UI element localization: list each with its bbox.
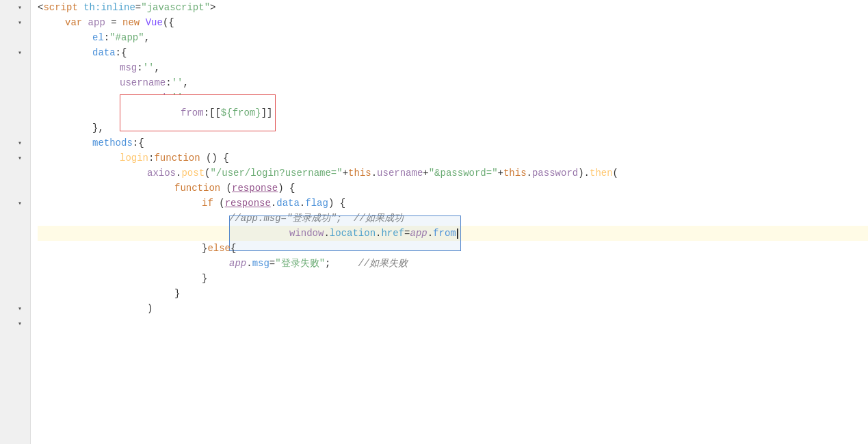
code-text: window xyxy=(289,228,324,239)
code-text: data xyxy=(92,47,116,58)
code-line: <script th:inline="javascript"> xyxy=(38,0,868,15)
gutter-row: ▾ xyxy=(16,151,27,166)
fold-icon[interactable]: ▾ xyxy=(16,200,23,207)
gutter-row xyxy=(23,286,27,301)
code-text: msg xyxy=(120,62,137,73)
code-text: ). xyxy=(578,168,590,179)
code-text: password xyxy=(532,168,578,179)
gutter-row xyxy=(23,75,27,90)
code-text: href xyxy=(381,228,404,239)
code-line: username:'', xyxy=(38,75,868,90)
code-line: }else{ xyxy=(38,241,868,256)
code-text: th:inline xyxy=(83,2,135,13)
code-line: el:"#app", xyxy=(38,30,868,45)
code-text: ) { xyxy=(328,198,345,209)
code-text: new xyxy=(122,17,146,28)
code-text: . xyxy=(324,228,329,239)
code-text: , xyxy=(183,77,188,88)
code-text: < xyxy=(38,2,43,13)
code-text: if xyxy=(202,198,213,209)
gutter-row: ▾ xyxy=(16,196,27,211)
code-text: '' xyxy=(172,77,183,88)
fold-icon[interactable]: ▾ xyxy=(16,305,23,312)
code-text: "#app" xyxy=(109,32,144,43)
gutter-row: ▾ xyxy=(16,45,27,60)
code-area: ▾ ▾ ▾ ▾ ▾ ▾ xyxy=(0,0,868,444)
code-text: : xyxy=(104,32,109,43)
gutter-row xyxy=(23,256,27,271)
gutter-row: ▾ xyxy=(16,0,27,15)
code-text: ) { xyxy=(278,183,295,194)
fold-icon[interactable]: ▾ xyxy=(16,49,23,56)
code-text: username xyxy=(120,77,166,88)
fold-icon[interactable]: ▾ xyxy=(16,19,23,26)
code-line: var app = new Vue({ xyxy=(38,15,868,30)
code-text: . xyxy=(246,258,252,269)
code-text: this xyxy=(348,168,371,179)
code-text: . xyxy=(300,198,305,209)
code-line: } xyxy=(38,271,868,286)
code-text: var xyxy=(65,17,88,28)
code-text: ( xyxy=(205,168,210,179)
code-line: methods:{ xyxy=(38,135,868,151)
code-line: } xyxy=(38,286,868,301)
code-text: else xyxy=(207,243,231,254)
code-text: location xyxy=(330,228,376,239)
gutter-row: ▾ xyxy=(16,15,27,30)
fold-icon[interactable]: ▾ xyxy=(16,155,23,161)
gutter-row xyxy=(23,241,27,256)
code-text: . xyxy=(428,228,433,239)
code-text: axios xyxy=(147,168,176,179)
code-text: . xyxy=(371,168,377,179)
code-line: app.msg="登录失败";//如果失败 xyxy=(38,256,868,271)
fold-icon[interactable]: ▾ xyxy=(16,4,23,11)
code-text: flag xyxy=(305,198,328,209)
code-text: = xyxy=(135,2,141,13)
gutter-row xyxy=(23,120,27,135)
code-text: + xyxy=(423,168,428,179)
code-text: ${from} xyxy=(221,107,261,118)
code-text: ]] xyxy=(261,107,273,118)
code-text: ( xyxy=(220,183,232,194)
gutter-row xyxy=(23,30,27,45)
code-text: = xyxy=(105,17,122,28)
gutter-row xyxy=(23,181,27,196)
gutter-row: ▾ xyxy=(16,135,27,151)
code-text: }, xyxy=(92,122,104,133)
code-text: el xyxy=(92,32,104,43)
code-text: :{ xyxy=(133,138,144,148)
code-line: login:function () { xyxy=(38,151,868,166)
gutter-row: ▾ xyxy=(16,301,27,316)
gutter-row xyxy=(23,105,27,120)
code-text: : xyxy=(148,153,154,164)
code-text: this xyxy=(503,168,527,179)
code-lines: <script th:inline="javascript"> var app … xyxy=(31,0,868,444)
code-text: ( xyxy=(213,198,225,209)
fold-icon[interactable]: ▾ xyxy=(16,140,23,146)
code-text: app xyxy=(410,228,427,239)
code-text: + xyxy=(343,168,348,179)
code-text: : xyxy=(166,77,171,88)
code-text: } xyxy=(202,273,207,284)
cursor xyxy=(457,228,458,239)
code-text: ; xyxy=(325,258,330,269)
code-text: login xyxy=(120,153,148,164)
code-text: "/user/login?username=" xyxy=(210,168,342,179)
editor-container: ▾ ▾ ▾ ▾ ▾ ▾ xyxy=(0,0,868,444)
code-line: function (response) { xyxy=(38,181,868,196)
code-text: function xyxy=(154,153,200,164)
code-text: . xyxy=(527,168,532,179)
code-text: methods xyxy=(92,138,133,148)
code-line xyxy=(38,316,868,331)
code-text: script xyxy=(43,2,83,13)
code-text: response xyxy=(232,183,278,194)
code-line: if (response.data.flag) { xyxy=(38,196,868,211)
code-line: ) xyxy=(38,301,868,316)
fold-icon[interactable]: ▾ xyxy=(16,320,23,327)
code-text: function xyxy=(174,183,220,194)
code-line: data:{ xyxy=(38,45,868,60)
gutter-row xyxy=(23,211,27,226)
code-text: () { xyxy=(200,153,229,164)
code-text: :{ xyxy=(116,47,127,58)
code-text: . xyxy=(271,198,276,209)
